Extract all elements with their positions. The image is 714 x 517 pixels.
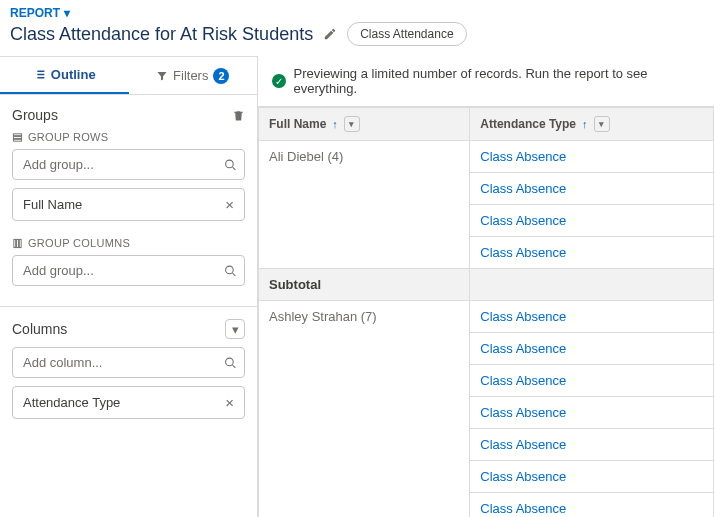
svg-point-7 (226, 266, 234, 274)
check-icon: ✓ (272, 74, 286, 88)
caret-down-icon: ▾ (64, 6, 70, 20)
svg-rect-1 (13, 136, 21, 138)
attendance-cell[interactable]: Class Absence (470, 333, 714, 365)
trash-icon[interactable] (232, 109, 245, 122)
search-icon (224, 356, 237, 369)
attendance-cell[interactable]: Class Absence (470, 461, 714, 493)
subtotal-row: Subtotal (259, 269, 714, 301)
group-rows-input[interactable] (12, 149, 245, 180)
attendance-cell[interactable]: Class Absence (470, 429, 714, 461)
table-row: Ashley Strahan (7)Class Absence (259, 301, 714, 333)
list-icon (33, 68, 46, 81)
col-header-attendance-type[interactable]: Attendance Type ↑ ▾ (470, 108, 714, 141)
attendance-cell[interactable]: Class Absence (470, 173, 714, 205)
preview-notice: ✓ Previewing a limited number of records… (258, 56, 714, 107)
tab-outline[interactable]: Outline (0, 57, 129, 94)
columns-menu-button[interactable]: ▾ (225, 319, 245, 339)
columns-title: Columns (12, 321, 67, 337)
svg-rect-4 (14, 239, 16, 247)
svg-point-8 (226, 358, 234, 366)
column-chip-label: Attendance Type (23, 395, 120, 410)
report-table: Full Name ↑ ▾ Attendance Type ↑ ▾ Al (258, 107, 714, 517)
report-type-text: REPORT (10, 6, 60, 20)
report-type-pill[interactable]: Class Attendance (347, 22, 466, 46)
attendance-cell[interactable]: Class Absence (470, 397, 714, 429)
table-row: Ali Diebel (4)Class Absence (259, 141, 714, 173)
column-chip[interactable]: Attendance Type × (12, 386, 245, 419)
col-header-full-name[interactable]: Full Name ↑ ▾ (259, 108, 470, 141)
chevron-down-icon[interactable]: ▾ (594, 116, 610, 132)
sort-up-icon: ↑ (332, 118, 338, 130)
groups-title: Groups (12, 107, 58, 123)
group-row-chip[interactable]: Full Name × (12, 188, 245, 221)
attendance-cell[interactable]: Class Absence (470, 365, 714, 397)
add-column-input[interactable] (12, 347, 245, 378)
svg-point-3 (226, 160, 234, 168)
attendance-cell[interactable]: Class Absence (470, 301, 714, 333)
search-icon (224, 264, 237, 277)
group-name-cell: Ashley Strahan (7) (259, 301, 470, 518)
columns-icon (12, 238, 23, 249)
attendance-cell[interactable]: Class Absence (470, 141, 714, 173)
close-icon[interactable]: × (225, 394, 234, 411)
svg-rect-6 (19, 239, 21, 247)
report-type-label[interactable]: REPORT ▾ (10, 6, 704, 20)
tab-filters-label: Filters (173, 68, 208, 83)
group-columns-input[interactable] (12, 255, 245, 286)
svg-rect-5 (17, 239, 19, 247)
rows-icon (12, 132, 23, 143)
pencil-icon[interactable] (323, 27, 337, 41)
page-title: Class Attendance for At Risk Students (10, 24, 313, 45)
tab-filters[interactable]: Filters 2 (129, 57, 258, 94)
sort-up-icon: ↑ (582, 118, 588, 130)
attendance-cell[interactable]: Class Absence (470, 493, 714, 518)
svg-rect-0 (13, 133, 21, 135)
group-row-chip-label: Full Name (23, 197, 82, 212)
search-icon (224, 158, 237, 171)
attendance-cell[interactable]: Class Absence (470, 237, 714, 269)
attendance-cell[interactable]: Class Absence (470, 205, 714, 237)
tab-outline-label: Outline (51, 67, 96, 82)
filter-count-badge: 2 (213, 68, 229, 84)
close-icon[interactable]: × (225, 196, 234, 213)
filter-icon (156, 70, 168, 82)
chevron-down-icon[interactable]: ▾ (344, 116, 360, 132)
group-name-cell: Ali Diebel (4) (259, 141, 470, 269)
group-rows-subhead: GROUP ROWS (12, 131, 245, 143)
svg-rect-2 (13, 139, 21, 141)
group-columns-subhead: GROUP COLUMNS (12, 237, 245, 249)
